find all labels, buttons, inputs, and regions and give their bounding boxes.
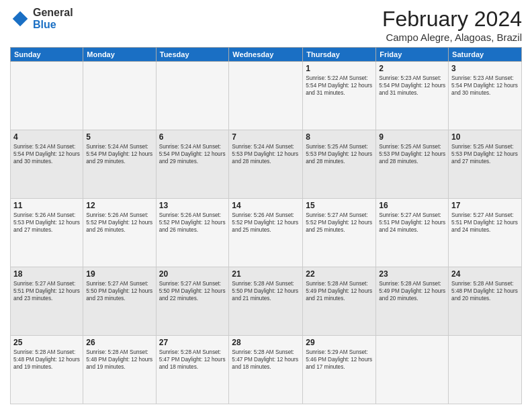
day-number: 10 bbox=[451, 132, 519, 142]
day-info: Sunrise: 5:26 AM Sunset: 5:52 PM Dayligh… bbox=[232, 212, 300, 234]
day-info: Sunrise: 5:28 AM Sunset: 5:49 PM Dayligh… bbox=[306, 280, 373, 302]
day-number: 14 bbox=[232, 201, 300, 210]
day-info: Sunrise: 5:28 AM Sunset: 5:47 PM Dayligh… bbox=[159, 349, 226, 371]
day-number: 18 bbox=[13, 269, 80, 279]
day-number: 21 bbox=[232, 269, 300, 279]
calendar-cell: 2Sunrise: 5:23 AM Sunset: 5:54 PM Daylig… bbox=[376, 62, 449, 130]
calendar-cell: 19Sunrise: 5:27 AM Sunset: 5:50 PM Dayli… bbox=[83, 267, 156, 336]
day-info: Sunrise: 5:28 AM Sunset: 5:49 PM Dayligh… bbox=[379, 280, 445, 302]
calendar-cell: 8Sunrise: 5:25 AM Sunset: 5:53 PM Daylig… bbox=[303, 130, 376, 199]
day-number: 29 bbox=[306, 338, 373, 347]
location: Campo Alegre, Alagoas, Brazil bbox=[382, 32, 522, 43]
calendar-cell: 15Sunrise: 5:27 AM Sunset: 5:52 PM Dayli… bbox=[303, 199, 376, 267]
weekday-header: Monday bbox=[83, 48, 156, 62]
weekday-header: Sunday bbox=[11, 48, 83, 62]
day-info: Sunrise: 5:23 AM Sunset: 5:54 PM Dayligh… bbox=[379, 75, 445, 97]
day-info: Sunrise: 5:23 AM Sunset: 5:54 PM Dayligh… bbox=[451, 75, 519, 97]
calendar-cell: 4Sunrise: 5:24 AM Sunset: 5:54 PM Daylig… bbox=[11, 130, 83, 199]
day-number: 11 bbox=[13, 201, 80, 210]
day-info: Sunrise: 5:24 AM Sunset: 5:54 PM Dayligh… bbox=[159, 143, 226, 165]
day-info: Sunrise: 5:26 AM Sunset: 5:52 PM Dayligh… bbox=[159, 212, 226, 234]
weekday-header: Wednesday bbox=[229, 48, 303, 62]
day-number: 17 bbox=[451, 201, 519, 210]
calendar-cell: 25Sunrise: 5:28 AM Sunset: 5:48 PM Dayli… bbox=[11, 336, 83, 404]
calendar-cell bbox=[11, 62, 83, 130]
day-info: Sunrise: 5:28 AM Sunset: 5:50 PM Dayligh… bbox=[232, 280, 300, 302]
day-info: Sunrise: 5:24 AM Sunset: 5:54 PM Dayligh… bbox=[13, 143, 80, 165]
svg-marker-1 bbox=[20, 11, 28, 19]
calendar-cell: 17Sunrise: 5:27 AM Sunset: 5:51 PM Dayli… bbox=[449, 199, 522, 267]
day-number: 23 bbox=[379, 269, 445, 279]
day-number: 7 bbox=[232, 132, 300, 142]
day-number: 15 bbox=[306, 201, 373, 210]
day-info: Sunrise: 5:29 AM Sunset: 5:46 PM Dayligh… bbox=[306, 349, 373, 371]
calendar-cell: 20Sunrise: 5:27 AM Sunset: 5:50 PM Dayli… bbox=[156, 267, 229, 336]
calendar-cell: 12Sunrise: 5:26 AM Sunset: 5:52 PM Dayli… bbox=[83, 199, 156, 267]
calendar-cell: 22Sunrise: 5:28 AM Sunset: 5:49 PM Dayli… bbox=[303, 267, 376, 336]
day-info: Sunrise: 5:27 AM Sunset: 5:51 PM Dayligh… bbox=[379, 212, 445, 234]
calendar-cell: 3Sunrise: 5:23 AM Sunset: 5:54 PM Daylig… bbox=[449, 62, 522, 130]
calendar-cell: 26Sunrise: 5:28 AM Sunset: 5:48 PM Dayli… bbox=[83, 336, 156, 404]
calendar-cell: 16Sunrise: 5:27 AM Sunset: 5:51 PM Dayli… bbox=[376, 199, 449, 267]
weekday-header: Saturday bbox=[449, 48, 522, 62]
day-number: 27 bbox=[159, 338, 226, 347]
header: General Blue February 2024 Campo Alegre,… bbox=[10, 7, 522, 43]
calendar-cell bbox=[229, 62, 303, 130]
page: General Blue February 2024 Campo Alegre,… bbox=[0, 0, 532, 411]
day-info: Sunrise: 5:26 AM Sunset: 5:52 PM Dayligh… bbox=[86, 212, 152, 234]
day-info: Sunrise: 5:25 AM Sunset: 5:53 PM Dayligh… bbox=[306, 143, 373, 165]
day-number: 28 bbox=[232, 338, 300, 347]
day-number: 19 bbox=[86, 269, 152, 279]
day-info: Sunrise: 5:27 AM Sunset: 5:52 PM Dayligh… bbox=[306, 212, 373, 234]
day-number: 8 bbox=[306, 132, 373, 142]
calendar-cell: 21Sunrise: 5:28 AM Sunset: 5:50 PM Dayli… bbox=[229, 267, 303, 336]
title-block: February 2024 Campo Alegre, Alagoas, Bra… bbox=[382, 7, 522, 43]
day-number: 20 bbox=[159, 269, 226, 279]
calendar-cell bbox=[156, 62, 229, 130]
day-info: Sunrise: 5:28 AM Sunset: 5:47 PM Dayligh… bbox=[232, 349, 300, 371]
logo-blue-text: Blue bbox=[33, 19, 56, 30]
calendar-cell: 18Sunrise: 5:27 AM Sunset: 5:51 PM Dayli… bbox=[11, 267, 83, 336]
day-number: 6 bbox=[159, 132, 226, 142]
calendar-cell bbox=[376, 336, 449, 404]
day-info: Sunrise: 5:27 AM Sunset: 5:51 PM Dayligh… bbox=[13, 280, 80, 302]
logo: General Blue bbox=[10, 7, 73, 31]
day-info: Sunrise: 5:22 AM Sunset: 5:54 PM Dayligh… bbox=[306, 75, 373, 97]
day-info: Sunrise: 5:27 AM Sunset: 5:50 PM Dayligh… bbox=[86, 280, 152, 302]
day-info: Sunrise: 5:24 AM Sunset: 5:53 PM Dayligh… bbox=[232, 143, 300, 165]
calendar-cell bbox=[449, 336, 522, 404]
day-info: Sunrise: 5:25 AM Sunset: 5:53 PM Dayligh… bbox=[379, 143, 445, 165]
day-info: Sunrise: 5:28 AM Sunset: 5:48 PM Dayligh… bbox=[451, 280, 519, 302]
day-number: 25 bbox=[13, 338, 80, 347]
weekday-header: Tuesday bbox=[156, 48, 229, 62]
calendar-cell: 10Sunrise: 5:25 AM Sunset: 5:53 PM Dayli… bbox=[449, 130, 522, 199]
day-number: 4 bbox=[13, 132, 80, 142]
day-number: 12 bbox=[86, 201, 152, 210]
month-year: February 2024 bbox=[382, 7, 522, 32]
logo-general-text: General bbox=[33, 7, 73, 18]
day-number: 13 bbox=[159, 201, 226, 210]
calendar-cell: 23Sunrise: 5:28 AM Sunset: 5:49 PM Dayli… bbox=[376, 267, 449, 336]
day-number: 24 bbox=[451, 269, 519, 279]
calendar-cell: 29Sunrise: 5:29 AM Sunset: 5:46 PM Dayli… bbox=[303, 336, 376, 404]
calendar-cell bbox=[83, 62, 156, 130]
calendar-cell: 27Sunrise: 5:28 AM Sunset: 5:47 PM Dayli… bbox=[156, 336, 229, 404]
calendar-cell: 1Sunrise: 5:22 AM Sunset: 5:54 PM Daylig… bbox=[303, 62, 376, 130]
day-number: 9 bbox=[379, 132, 445, 142]
day-info: Sunrise: 5:24 AM Sunset: 5:54 PM Dayligh… bbox=[86, 143, 152, 165]
day-number: 26 bbox=[86, 338, 152, 347]
calendar-cell: 5Sunrise: 5:24 AM Sunset: 5:54 PM Daylig… bbox=[83, 130, 156, 199]
day-number: 16 bbox=[379, 201, 445, 210]
calendar-cell: 6Sunrise: 5:24 AM Sunset: 5:54 PM Daylig… bbox=[156, 130, 229, 199]
day-number: 5 bbox=[86, 132, 152, 142]
day-number: 1 bbox=[306, 64, 373, 73]
calendar-cell: 13Sunrise: 5:26 AM Sunset: 5:52 PM Dayli… bbox=[156, 199, 229, 267]
calendar-table: SundayMondayTuesdayWednesdayThursdayFrid… bbox=[10, 47, 522, 404]
day-number: 2 bbox=[379, 64, 445, 73]
day-info: Sunrise: 5:28 AM Sunset: 5:48 PM Dayligh… bbox=[86, 349, 152, 371]
calendar-cell: 14Sunrise: 5:26 AM Sunset: 5:52 PM Dayli… bbox=[229, 199, 303, 267]
day-info: Sunrise: 5:25 AM Sunset: 5:53 PM Dayligh… bbox=[451, 143, 519, 165]
calendar-cell: 24Sunrise: 5:28 AM Sunset: 5:48 PM Dayli… bbox=[449, 267, 522, 336]
day-info: Sunrise: 5:27 AM Sunset: 5:50 PM Dayligh… bbox=[159, 280, 226, 302]
calendar-cell: 11Sunrise: 5:26 AM Sunset: 5:53 PM Dayli… bbox=[11, 199, 83, 267]
